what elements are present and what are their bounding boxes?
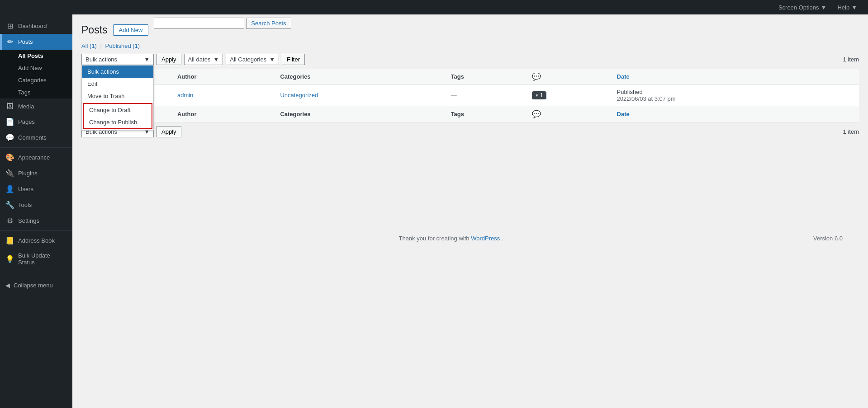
row-tags-value: — — [451, 92, 457, 98]
appearance-icon: 🎨 — [5, 153, 14, 162]
th-date-link[interactable]: Date — [617, 73, 630, 80]
collapse-label: Collapse menu — [14, 282, 53, 289]
tfoot-date-link[interactable]: Date — [617, 111, 630, 117]
tools-icon: 🔧 — [5, 201, 14, 209]
screen-options-button[interactable]: Screen Options ▼ — [775, 2, 830, 13]
add-new-button[interactable]: Add New — [113, 24, 149, 36]
wordpress-link[interactable]: WordPress — [471, 235, 500, 242]
sidebar-item-bulk-update[interactable]: 💡 Bulk Update Status — [0, 249, 72, 269]
row-date-value: 2022/06/03 at 3:07 pm — [617, 95, 676, 102]
filter-all-link[interactable]: All (1) — [81, 42, 97, 49]
submenu-categories[interactable]: Categories — [0, 74, 72, 86]
apply-button-top[interactable]: Apply — [157, 54, 181, 65]
bulk-actions-select[interactable]: Bulk actions ▼ — [81, 54, 154, 65]
comment-header-icon: 💬 — [532, 73, 541, 80]
help-arrow: ▼ — [851, 4, 857, 11]
filter-published-link[interactable]: Published (1) — [105, 42, 140, 49]
page-title: Posts — [81, 23, 108, 37]
submenu-all-posts[interactable]: All Posts — [0, 50, 72, 62]
users-icon: 👤 — [5, 185, 14, 193]
tfoot-th-date: Date — [612, 106, 859, 122]
filter-separator: | — [100, 42, 102, 49]
sidebar-item-address-book[interactable]: 📒 Address Book — [0, 233, 72, 249]
dashboard-icon: ⊞ — [5, 22, 14, 30]
submenu-tags[interactable]: Tags — [0, 86, 72, 98]
sidebar-item-comments[interactable]: 💬 Comments — [0, 130, 72, 145]
search-input[interactable] — [154, 18, 244, 29]
bulk-actions-arrow: ▼ — [144, 56, 150, 63]
comments-icon: 💬 — [5, 133, 14, 142]
dropdown-outlined-group: Change to Draft Change to Publish — [83, 103, 152, 129]
tfoot-comment-icon: 💬 — [532, 110, 541, 118]
submenu-add-new[interactable]: Add New — [0, 62, 72, 74]
bulk-actions-label: Bulk actions — [85, 56, 117, 63]
comment-bubble[interactable]: 1 — [532, 91, 546, 99]
tfoot-th-categories: Categories — [275, 106, 446, 122]
top-bar: Screen Options ▼ Help ▼ — [0, 0, 868, 14]
sidebar-item-label: Settings — [18, 217, 39, 224]
address-book-icon: 📒 — [5, 236, 14, 245]
screen-options-arrow: ▼ — [821, 4, 827, 11]
dropdown-bulk-actions[interactable]: Bulk actions — [82, 66, 153, 78]
main-content: Posts Add New Search Posts All (1) | Pub… — [72, 14, 868, 408]
sidebar-bottom: ◀ Collapse menu — [0, 278, 72, 292]
bulk-actions-dropdown: Bulk actions Edit Move to Trash Change t… — [81, 65, 154, 131]
sidebar-item-users[interactable]: 👤 Users — [0, 181, 72, 197]
sidebar-item-label: Dashboard — [18, 23, 47, 29]
th-tags: Tags — [446, 69, 527, 85]
collapse-icon: ◀ — [5, 282, 10, 289]
th-comments: 💬 — [527, 69, 612, 85]
tfoot-th-comments: 💬 — [527, 106, 612, 122]
sidebar-item-label: Comments — [18, 134, 47, 141]
help-label: Help — [837, 4, 849, 11]
sidebar-item-label: Address Book — [18, 237, 55, 244]
sidebar-item-label: Bulk Update Status — [18, 252, 67, 266]
all-categories-select[interactable]: All Categories ▼ — [226, 54, 279, 65]
screen-options-label: Screen Options — [778, 4, 819, 11]
sidebar-item-pages[interactable]: 📄 Pages — [0, 114, 72, 130]
sidebar-item-media[interactable]: 🖼 Media — [0, 98, 72, 114]
sidebar-item-label: Pages — [18, 118, 35, 125]
apply-button-bottom[interactable]: Apply — [157, 126, 181, 137]
sidebar-item-label: Appearance — [18, 154, 50, 161]
dropdown-move-to-trash[interactable]: Move to Trash — [82, 90, 153, 102]
sidebar: ⊞ Dashboard ✏ Posts All Posts Add New Ca… — [0, 14, 72, 408]
sidebar-item-tools[interactable]: 🔧 Tools — [0, 197, 72, 213]
tfoot-th-author: Author — [173, 106, 275, 122]
all-dates-select[interactable]: All dates ▼ — [184, 54, 223, 65]
pages-icon: 📄 — [5, 117, 14, 126]
items-count-bottom: 1 item — [843, 128, 859, 135]
dropdown-edit[interactable]: Edit — [82, 78, 153, 90]
help-button[interactable]: Help ▼ — [834, 2, 861, 13]
sidebar-item-posts[interactable]: ✏ Posts — [0, 34, 72, 50]
collapse-menu-button[interactable]: ◀ Collapse menu — [0, 278, 72, 292]
toolbar-top: Bulk actions ▼ Bulk actions Edit Move to… — [81, 54, 859, 65]
sidebar-item-dashboard[interactable]: ⊞ Dashboard — [0, 18, 72, 34]
row-author-link[interactable]: admin — [177, 92, 193, 98]
search-posts-button[interactable]: Search Posts — [246, 18, 291, 29]
bulk-update-icon: 💡 — [5, 255, 14, 263]
filter-button[interactable]: Filter — [282, 54, 305, 65]
all-dates-label: All dates — [188, 56, 211, 63]
layout: ⊞ Dashboard ✏ Posts All Posts Add New Ca… — [0, 0, 868, 408]
table-header-row: Title Author Categories Tags 💬 Date — [81, 69, 859, 85]
footer-text: Thank you for creating with — [398, 235, 471, 242]
posts-table: Title Author Categories Tags 💬 Date — [81, 69, 859, 122]
sidebar-item-label: Media — [18, 103, 34, 110]
search-bar: Search Posts — [154, 18, 291, 29]
items-count-top: 1 item — [843, 56, 859, 63]
version-label: Version 6.0 — [813, 235, 852, 242]
dropdown-change-to-publish[interactable]: Change to Publish — [84, 116, 152, 128]
dropdown-change-to-draft[interactable]: Change to Draft — [84, 104, 152, 116]
sidebar-item-settings[interactable]: ⚙ Settings — [0, 213, 72, 229]
bulk-actions-dropdown-wrapper: Bulk actions ▼ Bulk actions Edit Move to… — [81, 54, 154, 65]
filter-links: All (1) | Published (1) — [81, 42, 859, 49]
sidebar-item-appearance[interactable]: 🎨 Appearance — [0, 150, 72, 165]
posts-icon: ✏ — [5, 38, 14, 46]
row-date-cell: Published 2022/06/03 at 3:07 pm — [612, 84, 859, 106]
sidebar-item-label: Users — [18, 186, 33, 192]
sidebar-item-label: Posts — [18, 38, 33, 45]
row-comments-cell: 1 — [527, 84, 612, 106]
row-categories-link[interactable]: Uncategorized — [280, 92, 318, 98]
sidebar-item-plugins[interactable]: 🔌 Plugins — [0, 165, 72, 181]
